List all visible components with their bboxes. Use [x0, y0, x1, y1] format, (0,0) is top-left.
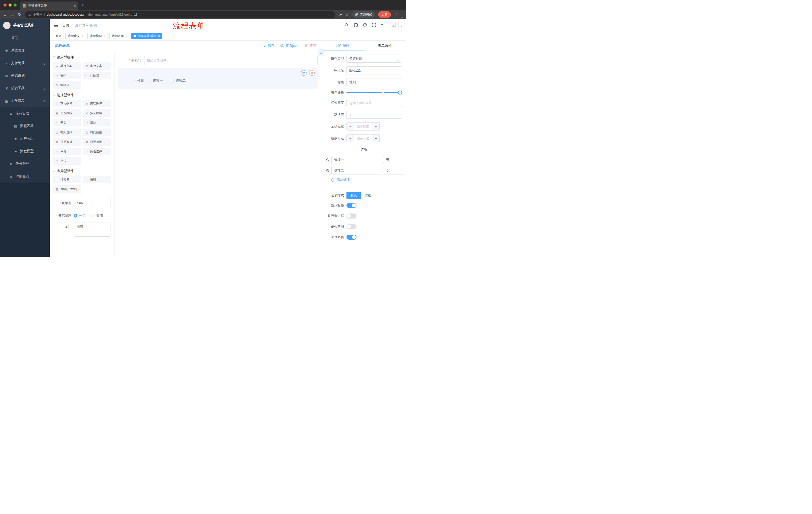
- close-icon[interactable]: ×: [125, 34, 127, 38]
- min-select-input[interactable]: [354, 123, 372, 130]
- bookmark-star-icon[interactable]: ☆: [346, 12, 349, 17]
- status-radio-on[interactable]: 开启: [74, 214, 86, 218]
- forward-button[interactable]: →: [10, 12, 14, 17]
- key-icon[interactable]: [339, 12, 343, 17]
- breadcrumb-home[interactable]: 首页: [62, 23, 69, 28]
- avatar[interactable]: [390, 21, 399, 30]
- checkbox-option-2[interactable]: 选项二: [170, 78, 186, 83]
- update-button[interactable]: 更新: [378, 11, 391, 18]
- tag-process-form[interactable]: 流程表单 ×: [109, 33, 130, 39]
- hamburger-icon[interactable]: [54, 23, 58, 28]
- fullscreen-icon[interactable]: [372, 23, 376, 28]
- user-avatar-wrap[interactable]: [390, 21, 402, 30]
- label-width-input[interactable]: [346, 99, 402, 107]
- checkbox-box[interactable]: [170, 79, 174, 82]
- increase-button[interactable]: +: [372, 123, 379, 130]
- font-size-icon[interactable]: [381, 23, 385, 28]
- new-tab-button[interactable]: +: [81, 3, 84, 8]
- sidebar-item-devtools[interactable]: ⚒ 研发工具: [0, 82, 50, 94]
- phone-input[interactable]: [144, 56, 318, 65]
- decrease-button[interactable]: −: [347, 135, 354, 142]
- increase-button[interactable]: +: [372, 135, 379, 142]
- palette-item-editor[interactable]: ✎编辑器: [53, 81, 81, 89]
- tab-form-props[interactable]: 表单属性: [364, 40, 406, 51]
- clear-button[interactable]: 清空: [304, 44, 316, 48]
- save-button[interactable]: ✓ 保存: [264, 44, 274, 48]
- delete-widget-button[interactable]: [309, 70, 315, 76]
- drag-handle-icon[interactable]: [325, 169, 329, 173]
- title-input[interactable]: [346, 78, 402, 86]
- style-button-button[interactable]: 按钮: [361, 192, 375, 199]
- form-name-input[interactable]: [74, 199, 111, 207]
- sidebar-item-system[interactable]: ⚙ 系统管理: [0, 44, 50, 57]
- option-2-value-input[interactable]: [383, 167, 406, 175]
- palette-item-button[interactable]: ▢按钮: [83, 176, 111, 183]
- sidebar-item-task-management[interactable]: ⋔ 任务管理: [0, 157, 50, 170]
- palette-item-date-picker[interactable]: ▦日期选择: [53, 138, 81, 145]
- phone-field-row[interactable]: 手机号: [118, 56, 318, 65]
- window-minimize-button[interactable]: [8, 3, 11, 6]
- remark-textarea[interactable]: 嘿嘿: [74, 222, 111, 237]
- slider-handle[interactable]: [398, 90, 402, 94]
- palette-item-time-picker[interactable]: ◷时间选择: [53, 129, 81, 136]
- tag-process-model[interactable]: 流程模型 ×: [87, 33, 108, 39]
- close-icon[interactable]: ×: [104, 34, 106, 38]
- address-bar[interactable]: ⚠ 不安全 dashboard.yudao.iocoder.cn /bpm/ma…: [25, 11, 335, 18]
- field-name-input[interactable]: [346, 66, 402, 75]
- palette-item-cascader[interactable]: ⋔级联选择: [83, 100, 111, 107]
- view-json-button[interactable]: 查看json: [280, 44, 298, 48]
- grid-slider[interactable]: [346, 90, 402, 94]
- palette-item-upload[interactable]: ↥上传: [53, 157, 81, 165]
- status-radio-off[interactable]: 关闭: [91, 214, 103, 218]
- palette-item-counter[interactable]: 123计数器: [83, 72, 111, 79]
- browser-tab[interactable]: 芋道管理系统 ×: [20, 1, 78, 10]
- tab-close-icon[interactable]: ×: [74, 4, 76, 8]
- slider-track[interactable]: [346, 92, 402, 93]
- window-zoom-button[interactable]: [13, 3, 17, 6]
- style-default-button[interactable]: 默认: [346, 192, 361, 199]
- reload-button[interactable]: ↻: [18, 12, 22, 17]
- sidebar-item-user-group[interactable]: ☻ 用户分组: [0, 132, 50, 145]
- border-switch[interactable]: [346, 214, 356, 218]
- copy-widget-button[interactable]: [301, 70, 307, 76]
- sidebar-item-process-form[interactable]: ▤ 流程表单: [0, 120, 50, 132]
- close-icon[interactable]: ×: [81, 34, 83, 38]
- tag-process-definition[interactable]: 流程定义 ×: [65, 33, 86, 39]
- add-option-button[interactable]: + 添加选项: [331, 178, 402, 182]
- required-switch[interactable]: [346, 235, 356, 240]
- drag-handle-icon[interactable]: [325, 158, 329, 162]
- tag-home[interactable]: 首页: [53, 33, 64, 39]
- component-type-select[interactable]: [346, 55, 402, 63]
- window-close-button[interactable]: [3, 3, 6, 6]
- palette-item-table[interactable]: ▦表格[开发中]: [53, 185, 81, 193]
- sidebar-item-process-model[interactable]: ➤ 流程模型: [0, 145, 50, 157]
- tag-process-form-edit[interactable]: 流程表单-编辑 ×: [132, 33, 163, 39]
- back-button[interactable]: ←: [3, 12, 7, 17]
- checkbox-box[interactable]: [147, 79, 151, 82]
- tab-component-props[interactable]: 组件属性: [321, 40, 364, 51]
- max-select-input[interactable]: [354, 135, 372, 142]
- github-icon[interactable]: [354, 23, 358, 28]
- sidebar-item-process-management[interactable]: ≣ 流程管理: [0, 107, 50, 120]
- palette-item-switch[interactable]: ⊷开关: [53, 119, 81, 127]
- sidebar-item-home[interactable]: ◔ 首页: [0, 32, 50, 44]
- palette-item-checkbox-group[interactable]: ☑多选框组: [83, 109, 111, 117]
- decrease-button[interactable]: −: [347, 123, 354, 130]
- browser-menu-icon[interactable]: ⋮: [394, 12, 398, 17]
- palette-item-password[interactable]: ✳密码: [53, 72, 81, 79]
- palette-item-date-range[interactable]: ▩日期范围: [83, 138, 111, 145]
- show-label-switch[interactable]: [346, 203, 356, 208]
- checkbox-option-1[interactable]: 选项一: [147, 78, 163, 83]
- palette-item-multi-line-text[interactable]: ▤多行文本: [83, 62, 111, 70]
- sidebar-item-payment[interactable]: ¥ 支付管理: [0, 57, 50, 70]
- chevron-down-icon[interactable]: [402, 15, 403, 19]
- default-value-input[interactable]: [346, 111, 402, 119]
- disabled-switch[interactable]: [346, 224, 356, 229]
- palette-item-rate[interactable]: ☆评分: [53, 147, 81, 155]
- search-icon[interactable]: [344, 23, 349, 28]
- palette-item-row-container[interactable]: ◫行容器: [53, 176, 81, 183]
- palette-item-select[interactable]: ◎下拉选择: [53, 100, 81, 107]
- sidebar-item-infra[interactable]: ⊞ 基础设施: [0, 70, 50, 82]
- option-1-label-input[interactable]: [331, 156, 381, 164]
- option-1-value-input[interactable]: [383, 156, 406, 164]
